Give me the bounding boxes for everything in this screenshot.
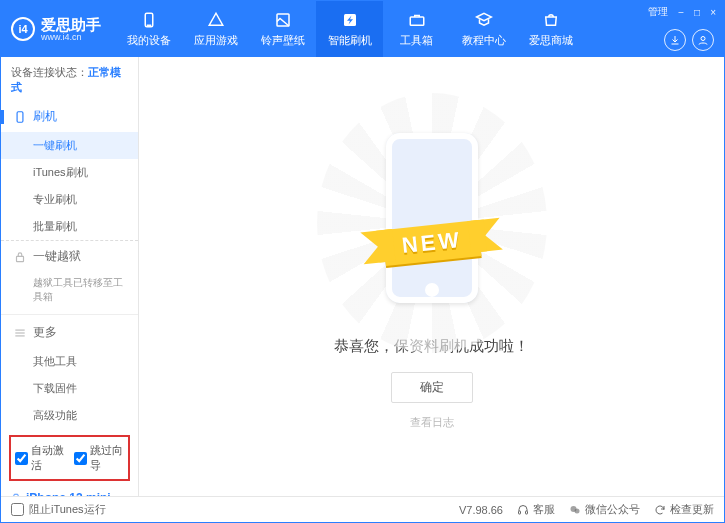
block-itunes-checkbox[interactable]: 阻止iTunes运行 — [11, 502, 106, 517]
check-update[interactable]: 检查更新 — [654, 502, 714, 517]
close-button[interactable]: × — [708, 7, 718, 18]
jailbreak-note: 越狱工具已转移至工具箱 — [1, 272, 138, 312]
skip-guide-checkbox[interactable]: 跳过向导 — [74, 443, 125, 473]
device-block[interactable]: iPhone 12 mini 64GB Down-12mini-13,1 — [1, 485, 138, 496]
nav-label: 智能刷机 — [328, 33, 372, 48]
sidebar-item-batch-flash[interactable]: 批量刷机 — [1, 213, 138, 241]
sidebar-item-pro-flash[interactable]: 专业刷机 — [1, 186, 138, 213]
svg-rect-13 — [526, 511, 528, 514]
sidebar-item-advanced[interactable]: 高级功能 — [1, 402, 138, 429]
wechat-icon — [569, 504, 581, 516]
nav-label: 应用游戏 — [194, 33, 238, 48]
logo-icon: i4 — [11, 17, 35, 41]
phone-icon — [13, 110, 27, 124]
app-url: www.i4.cn — [41, 32, 101, 42]
more-icon — [13, 326, 27, 340]
header-circle-buttons — [664, 29, 714, 51]
version-label: V7.98.66 — [459, 504, 503, 516]
section-title: 一键越狱 — [33, 248, 81, 265]
section-title: 更多 — [33, 324, 57, 341]
section-title: 刷机 — [33, 108, 57, 125]
sidebar-section-jailbreak[interactable]: 一键越狱 — [1, 241, 138, 272]
connection-status: 设备连接状态：正常模式 — [1, 57, 138, 101]
nav-label: 我的设备 — [127, 33, 171, 48]
maximize-button[interactable]: □ — [692, 7, 702, 18]
phone-shape — [386, 133, 478, 303]
sidebar-item-download-firmware[interactable]: 下载固件 — [1, 375, 138, 402]
nav-label: 爱思商城 — [529, 33, 573, 48]
checkbox-label: 阻止iTunes运行 — [29, 502, 106, 517]
svg-rect-7 — [17, 256, 24, 261]
sidebar-item-oneclick-flash[interactable]: 一键刷机 — [1, 132, 138, 159]
sidebar-item-other-tools[interactable]: 其他工具 — [1, 348, 138, 375]
wechat-link[interactable]: 微信公众号 — [569, 502, 640, 517]
options-box: 自动激活 跳过向导 — [9, 435, 130, 481]
illustration: NEW — [347, 123, 517, 323]
window-controls: 管理 − □ × — [646, 5, 718, 19]
checkbox-label: 自动激活 — [31, 443, 66, 473]
download-icon — [669, 34, 681, 46]
device-icon — [140, 11, 158, 29]
main-panel: NEW 恭喜您，保资料刷机成功啦！ 确定 查看日志 — [139, 57, 724, 496]
download-button[interactable] — [664, 29, 686, 51]
minimize-button[interactable]: − — [676, 7, 686, 18]
sidebar-section-flash[interactable]: 刷机 — [1, 101, 138, 132]
block-itunes-input[interactable] — [11, 503, 24, 516]
tutorial-icon — [475, 11, 493, 29]
nav-apps[interactable]: 应用游戏 — [182, 1, 249, 57]
lock-icon — [13, 250, 27, 264]
svg-rect-6 — [17, 111, 23, 122]
flash-icon — [341, 11, 359, 29]
user-button[interactable] — [692, 29, 714, 51]
auto-activate-input[interactable] — [15, 452, 28, 465]
nav-ringtone[interactable]: 铃声壁纸 — [249, 1, 316, 57]
skip-guide-input[interactable] — [74, 452, 87, 465]
footer: 阻止iTunes运行 V7.98.66 客服 微信公众号 检查更新 — [1, 496, 724, 522]
nav-label: 工具箱 — [400, 33, 433, 48]
app-title: 爱思助手 — [41, 17, 101, 32]
nav-flash[interactable]: 智能刷机 — [316, 1, 383, 57]
nav-store[interactable]: 爱思商城 — [517, 1, 584, 57]
nav-toolbox[interactable]: 工具箱 — [383, 1, 450, 57]
apps-icon — [207, 11, 225, 29]
toolbox-icon — [408, 11, 426, 29]
conn-label: 设备连接状态： — [11, 66, 88, 78]
nav-my-device[interactable]: 我的设备 — [115, 1, 182, 57]
nav-label: 铃声壁纸 — [261, 33, 305, 48]
logo: i4 爱思助手 www.i4.cn — [1, 17, 113, 42]
svg-rect-12 — [519, 511, 521, 514]
wallpaper-icon — [274, 11, 292, 29]
top-nav: 我的设备 应用游戏 铃声壁纸 智能刷机 工具箱 教程中心 — [115, 1, 584, 57]
sidebar: 设备连接状态：正常模式 刷机 一键刷机 iTunes刷机 专业刷机 批量刷机 一… — [1, 57, 139, 496]
checkbox-label: 跳过向导 — [90, 443, 125, 473]
svg-rect-4 — [410, 17, 424, 25]
svg-point-15 — [575, 508, 580, 513]
view-log-link[interactable]: 查看日志 — [410, 415, 454, 430]
header: i4 爱思助手 www.i4.cn 我的设备 应用游戏 铃声壁纸 智能刷机 — [1, 1, 724, 57]
svg-point-5 — [701, 37, 705, 41]
customer-service[interactable]: 客服 — [517, 502, 555, 517]
refresh-icon — [654, 504, 666, 516]
menu-button[interactable]: 管理 — [646, 5, 670, 19]
headset-icon — [517, 504, 529, 516]
sidebar-section-more[interactable]: 更多 — [1, 317, 138, 348]
confirm-button[interactable]: 确定 — [391, 372, 473, 403]
store-icon — [542, 11, 560, 29]
nav-label: 教程中心 — [462, 33, 506, 48]
user-icon — [697, 34, 709, 46]
sidebar-item-itunes-flash[interactable]: iTunes刷机 — [1, 159, 138, 186]
nav-tutorials[interactable]: 教程中心 — [450, 1, 517, 57]
auto-activate-checkbox[interactable]: 自动激活 — [15, 443, 66, 473]
